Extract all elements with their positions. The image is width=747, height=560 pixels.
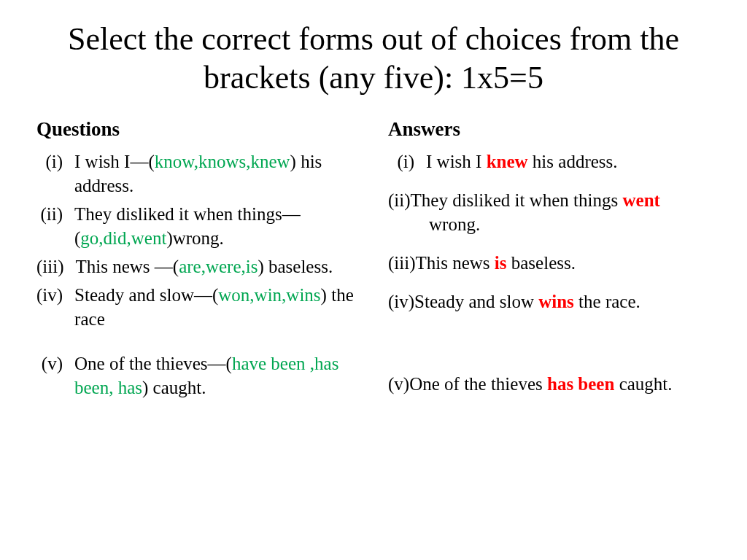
answer-word: knew	[487, 152, 528, 171]
text: One of the thieves—(	[74, 354, 232, 373]
answer-3: (iii)This news is baseless.	[388, 251, 711, 275]
answers-column: Answers (i) I wish I knew his address. (…	[388, 117, 711, 411]
text: the race.	[574, 292, 640, 311]
choice-text: won,win,wins	[218, 285, 320, 305]
text: Steady and slow—(	[74, 285, 218, 305]
text: his address.	[528, 152, 618, 171]
question-body: Steady and slow—(won,win,wins) the race	[74, 283, 359, 331]
question-marker: (iv)	[36, 283, 74, 331]
text: I wish I—(	[74, 152, 155, 171]
answer-4: (iv)Steady and slow wins the race.	[388, 289, 711, 314]
answer-1: (i) I wish I knew his address.	[388, 149, 711, 174]
answer-body: I wish I knew his address.	[426, 149, 618, 174]
text: I wish I	[426, 152, 487, 171]
question-4: (iv) Steady and slow—(won,win,wins) the …	[36, 283, 359, 331]
question-marker: (iii)	[36, 254, 76, 279]
choice-text: know,knows,knew	[155, 152, 290, 171]
choice-text: go,did,went	[80, 228, 166, 248]
answer-2: (ii)They disliked it when things went wr…	[388, 188, 711, 236]
answer-word: is	[495, 253, 507, 273]
text: wrong.	[429, 214, 480, 234]
question-5: (v) One of the thieves—(have been ,has b…	[36, 351, 359, 400]
question-marker: (ii)	[36, 202, 74, 250]
question-marker: (v)	[36, 351, 74, 400]
text: (iii)This news	[388, 253, 495, 273]
question-body: I wish I—(know,knows,knew) his address.	[74, 149, 359, 198]
questions-header: Questions	[36, 117, 359, 143]
question-2: (ii) They disliked it when things—(go,di…	[36, 202, 359, 250]
answers-header: Answers	[388, 117, 711, 143]
answer-word: has been	[547, 374, 614, 394]
question-3: (iii) This news —(are,were,is) baseless.	[36, 254, 359, 279]
text: ) caught.	[142, 378, 206, 397]
text: (ii)They disliked it when things	[388, 190, 622, 210]
text: (v)One of the thieves	[388, 374, 547, 394]
question-body: This news —(are,were,is) baseless.	[76, 254, 360, 279]
text: ) baseless.	[258, 257, 333, 276]
text: caught.	[614, 374, 672, 394]
text: )wrong.	[166, 228, 223, 248]
question-body: One of the thieves—(have been ,has been,…	[74, 351, 359, 400]
text: baseless.	[507, 253, 576, 273]
answer-marker: (i)	[388, 149, 426, 174]
questions-column: Questions (i) I wish I—(know,knows,knew)…	[36, 117, 359, 411]
question-1: (i) I wish I—(know,knows,knew) his addre…	[36, 149, 359, 198]
text: This news —(	[76, 257, 179, 276]
page-title: Select the correct forms out of choices …	[36, 20, 711, 98]
question-body: They disliked it when things—(go,did,wen…	[74, 202, 359, 250]
content-columns: Questions (i) I wish I—(know,knows,knew)…	[36, 117, 711, 411]
answer-5: (v)One of the thieves has been caught.	[388, 372, 711, 396]
answer-word: went	[622, 190, 659, 210]
text: (iv)Steady and slow	[388, 292, 538, 311]
choice-text: are,were,is	[179, 257, 258, 276]
question-marker: (i)	[36, 149, 74, 198]
answer-word: wins	[538, 292, 574, 311]
